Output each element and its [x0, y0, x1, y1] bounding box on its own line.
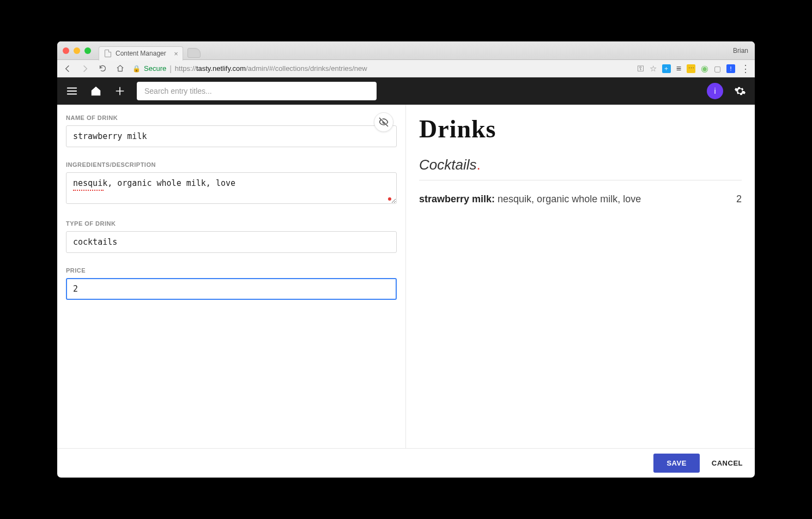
extension-icon[interactable]: ! [726, 64, 735, 73]
field-ingredients: INGREDIENTS/DESCRIPTION [66, 161, 397, 206]
tab-title: Content Manager [116, 50, 166, 57]
window-controls [63, 47, 91, 54]
forward-button[interactable] [80, 64, 90, 73]
spellcheck-underline [73, 190, 104, 191]
key-icon[interactable]: ⚿ [637, 64, 644, 73]
name-input[interactable] [66, 125, 397, 147]
home-icon-button[interactable] [89, 84, 103, 98]
ingredients-input[interactable] [66, 172, 397, 204]
url-bar: 🔒 Secure | https://tasty.netlify.com/adm… [57, 60, 755, 77]
address-field[interactable]: 🔒 Secure | https://tasty.netlify.com/adm… [132, 64, 629, 73]
buffer-icon[interactable]: ≡ [676, 64, 681, 74]
lock-icon: 🔒 [132, 65, 141, 73]
maximize-window-button[interactable] [84, 47, 91, 54]
extension-icon[interactable]: ⋯ [687, 64, 695, 73]
secure-label: Secure [144, 64, 166, 73]
cancel-button[interactable]: CANCEL [712, 459, 743, 467]
footer: SAVE CANCEL [57, 448, 755, 478]
field-price: PRICE [66, 267, 397, 300]
preview-item-name: strawberry milk: [419, 194, 495, 204]
form-pane: NAME OF DRINK INGREDIENTS/DESCRIPTION TY… [57, 105, 406, 448]
preview-item-price: 2 [736, 194, 742, 205]
type-input[interactable] [66, 231, 397, 253]
extension-icon[interactable]: ◉ [701, 63, 708, 74]
preview-item-desc: nesquik, organic whole milk, love [498, 194, 641, 204]
avatar[interactable]: i [707, 83, 723, 99]
browser-profile-name[interactable]: Brian [733, 47, 748, 55]
field-label: INGREDIENTS/DESCRIPTION [66, 161, 397, 168]
price-input[interactable] [66, 278, 397, 300]
preview-heading: Drinks [419, 114, 742, 143]
close-window-button[interactable] [63, 47, 69, 54]
chrome-menu-icon[interactable]: ⋮ [741, 63, 749, 75]
divider [419, 180, 742, 180]
extension-icons: ⚿ ☆ ＋ ≡ ⋯ ◉ ▢ ! ⋮ [637, 63, 749, 75]
field-type: TYPE OF DRINK [66, 220, 397, 253]
preview-item-row: strawberry milk: nesquik, organic whole … [419, 194, 742, 205]
app-header: i [57, 77, 755, 105]
unsaved-indicator-icon [388, 197, 391, 201]
preview-category: Cocktails. [419, 156, 742, 173]
close-tab-icon[interactable]: × [174, 50, 178, 58]
save-button[interactable]: SAVE [653, 454, 699, 473]
visibility-toggle[interactable] [374, 112, 393, 132]
browser-tab[interactable]: Content Manager × [99, 46, 183, 61]
minimize-window-button[interactable] [74, 47, 80, 54]
document-icon [105, 50, 111, 57]
reload-button[interactable] [98, 64, 107, 73]
home-button[interactable] [115, 64, 125, 73]
field-label: NAME OF DRINK [66, 114, 397, 121]
content: NAME OF DRINK INGREDIENTS/DESCRIPTION TY… [57, 105, 755, 448]
cast-icon[interactable]: ▢ [714, 64, 721, 73]
extension-icon[interactable]: ＋ [662, 64, 671, 73]
field-name: NAME OF DRINK [66, 114, 397, 147]
search-input[interactable] [137, 82, 377, 100]
field-label: PRICE [66, 267, 397, 274]
titlebar: Content Manager × Brian [57, 41, 755, 60]
back-button[interactable] [63, 64, 72, 73]
new-tab-button[interactable] [187, 48, 201, 58]
settings-button[interactable] [733, 84, 747, 98]
browser-window: Content Manager × Brian 🔒 Secure | https… [57, 41, 755, 478]
menu-button[interactable] [65, 84, 79, 98]
preview-pane: Drinks Cocktails. strawberry milk: nesqu… [406, 105, 755, 448]
star-icon[interactable]: ☆ [650, 64, 657, 74]
add-button[interactable] [113, 84, 127, 98]
field-label: TYPE OF DRINK [66, 220, 397, 227]
url-text: https://tasty.netlify.com/admin/#/collec… [175, 64, 367, 73]
